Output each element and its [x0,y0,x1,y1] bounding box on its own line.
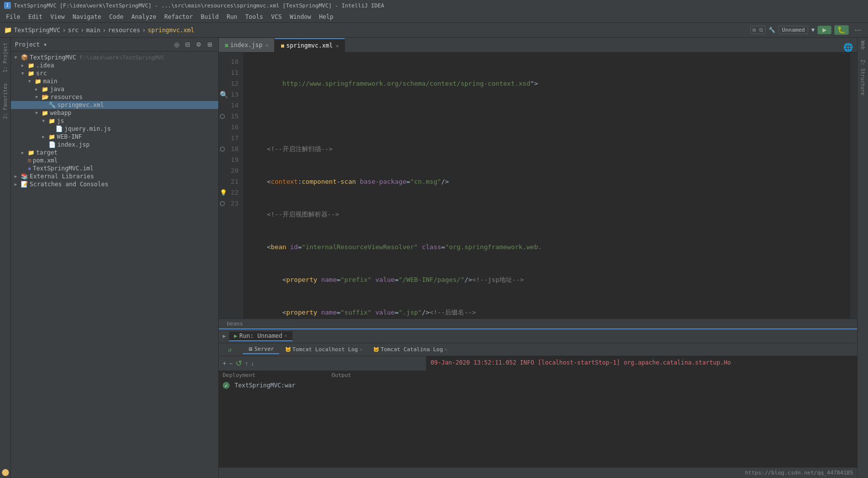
tree-label-ext-libs: External Libraries [30,173,94,180]
code-content[interactable]: http://www.springframework.org/schema/co… [243,53,850,319]
tree-item-target[interactable]: ▶ 📁 target [11,149,218,157]
tree-item-idea[interactable]: ▶ 📁 .idea [11,61,218,69]
config-icon: 🔧 [769,27,775,33]
remove-deployment-button[interactable]: − [229,360,233,367]
tree-item-webinf[interactable]: ▶ 📁 WEB-INF [11,133,218,141]
subtab-tomcat-catalina[interactable]: 🐱 Tomcat Catalina Log ✕ [368,345,452,354]
bottom-panel: ▶ ▶ Run: Unnamed ✕ ↺ 🖥 Server 🐱 [219,328,857,467]
editor-toolbar-right: 🌐 [839,43,857,52]
menu-run[interactable]: Run [223,12,241,21]
right-sidebar: Web Z: Structure [857,38,868,478]
dropdown-icon[interactable]: ▼ [811,27,815,33]
bottom-left: + − ↺ ↑ ↓ Deployment Output ✓ TextSpring… [219,356,427,467]
tree-item-ext-libs[interactable]: ▶ 📚 External Libraries [11,172,218,180]
debug-button[interactable]: 🐛 [834,25,849,35]
settings-button[interactable]: ⚙ [194,40,203,49]
deployment-status-icon: ✓ [223,382,230,389]
breadcrumb-main[interactable]: main [86,27,100,34]
java-folder-icon: 📁 [42,86,48,93]
server-icon: 🖥 [248,346,253,352]
line-num-21: 21 [219,176,243,187]
tree-item-java[interactable]: ▶ 📁 java [11,85,218,93]
line-num-11: 11 [219,67,243,78]
menu-tools[interactable]: Tools [241,12,267,21]
line-num-14: 14 [219,100,243,111]
tab-index-jsp[interactable]: ◼ index.jsp ✕ [219,38,275,52]
menu-file[interactable]: File [2,12,24,21]
tree-item-springmvc-xml[interactable]: ▶ 🔧 springmvc.xml [11,101,218,109]
sidebar-favorites-tab[interactable]: 2: Favorites [2,83,8,119]
up-deployment-button[interactable]: ↑ [245,360,248,367]
tab-springmvc-xml[interactable]: ◼ springmvc.xml ✕ [275,38,345,52]
menu-navigate[interactable]: Navigate [69,12,105,21]
log-line-1: 09-Jan-2020 13:52:11.052 INFO [localhost… [431,358,853,367]
code-line-14: <!--开启视图解析器--> [251,209,850,220]
subtab-tomcat-localhost[interactable]: 🐱 Tomcat Localhost Log ✕ [280,345,367,354]
tree-item-iml[interactable]: ▶ ▪ TextSpringMVC.iml [11,164,218,172]
subtab-server[interactable]: 🖥 Server [243,345,279,354]
bottom-tabs: ▶ ▶ Run: Unnamed ✕ [219,329,857,343]
search-gutter-icon[interactable]: 🔍 [220,89,228,100]
tree-item-main[interactable]: ▼ 📁 main [11,77,218,85]
browser-icon: 🌐 [843,43,853,52]
favorites-icon[interactable] [2,469,9,476]
tree-label-iml: TextSpringMVC.iml [33,165,94,172]
editor-area: ◼ index.jsp ✕ ◼ springmvc.xml ✕ 🌐 10 11 … [219,38,857,478]
menu-window[interactable]: Window [286,12,315,21]
tree-item-resources[interactable]: ▼ 📂 resources [11,93,218,101]
app-icon: I [4,2,11,9]
line-num-22: 💡 22 [219,187,243,198]
config-name[interactable]: Unnamed [778,26,808,34]
col-deployment: Deployment [223,372,322,378]
tree-label-idea: .idea [36,62,54,69]
tree-item-webapp[interactable]: ▼ 📁 webapp [11,109,218,117]
menu-build[interactable]: Build [197,12,223,21]
deployment-col-header: Deployment Output [219,371,426,380]
reload-deployment-button[interactable]: ↺ [236,359,242,368]
locate-file-button[interactable]: ◎ [172,40,181,49]
tree-item-root[interactable]: ▼ 📦 TextSpringMVC F:\idea\work\TextSprin… [11,53,218,61]
line-num-20: 20 [219,165,243,176]
tree-item-index-jsp[interactable]: ▶ 📄 index.jsp [11,141,218,149]
bottom-tab-run[interactable]: ▶ Run: Unnamed ✕ [229,331,292,341]
subtab-localhost-close[interactable]: ✕ [359,347,362,352]
menu-refactor[interactable]: Refactor [160,12,197,21]
add-deployment-button[interactable]: + [223,360,226,367]
down-deployment-button[interactable]: ↓ [251,360,254,367]
tree-label-pom: pom.xml [33,157,58,164]
sidebar-web-tab[interactable]: Web [860,38,866,50]
tree-item-scratches[interactable]: ▶ 📝 Scratches and Consoles [11,180,218,188]
collapse-button[interactable]: ⊟ [183,40,192,49]
line-num-10: 10 [219,56,243,67]
panel-settings2[interactable]: ⊞ [205,40,214,49]
toolbar-extra[interactable]: ⋯ [852,25,864,35]
menu-analyze[interactable]: Analyze [127,12,160,21]
menu-help[interactable]: Help [315,12,338,21]
line-num-17: 17 [219,133,243,144]
breadcrumb-resources[interactable]: resources [108,27,140,34]
bulb-gutter-icon[interactable]: 💡 [220,187,227,198]
run-button[interactable]: ▶ [818,26,831,34]
tab-springmvc-xml-close[interactable]: ✕ [336,43,338,49]
run-tab-close[interactable]: ✕ [285,333,288,338]
tree-item-jquery[interactable]: ▶ 📄 jquery.min.js [11,125,218,133]
error-stripe [850,53,857,319]
sidebar-project-tab[interactable]: 1: Project [2,43,8,72]
menu-code[interactable]: Code [105,12,128,21]
breadcrumb-src[interactable]: src [68,27,79,34]
breadcrumb-project[interactable]: TextSpringMVC [14,27,60,34]
code-editor[interactable]: 10 11 12 🔍 13 14 ⬡ 15 16 17 ⬡ 18 19 [219,53,857,319]
subtab-catalina-close[interactable]: ✕ [444,347,447,352]
tree-item-src[interactable]: ▼ 📁 src [11,69,218,77]
tab-index-jsp-close[interactable]: ✕ [265,43,268,48]
menu-vcs[interactable]: VCS [267,12,286,21]
subtab-localhost-label: Tomcat Localhost Log [292,346,358,353]
menu-edit[interactable]: Edit [24,12,47,21]
restart-button[interactable]: ↺ [223,344,237,355]
tree-item-pom[interactable]: ▶ m pom.xml [11,157,218,164]
tree-item-js[interactable]: ▼ 📁 js [11,117,218,125]
sidebar-structure-tab[interactable]: Z: Structure [860,59,866,95]
nav-right: ⊞ ⧉ 🔧 Unnamed ▼ ▶ 🐛 ⋯ [750,25,864,35]
menu-view[interactable]: View [47,12,69,21]
breadcrumb-file[interactable]: springmvc.xml [147,27,194,34]
